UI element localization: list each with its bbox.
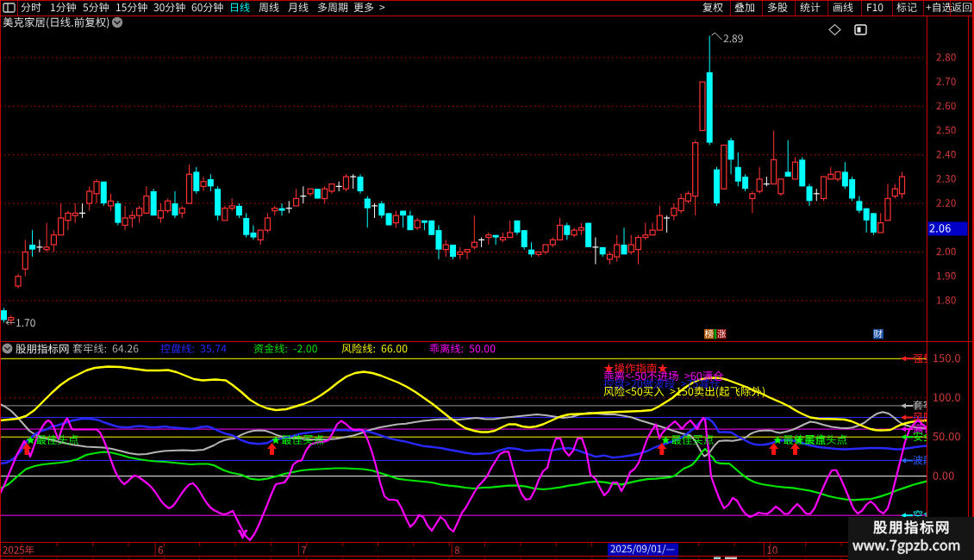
buy-arrow-icon [267, 443, 277, 455]
signal-marker-3: 最佳买点 [0, 0, 714, 455]
curve-乖离线: 乖离线 [0, 418, 927, 540]
zone-label-text: 满仓 [0, 0, 933, 433]
buy-arrow-icon [790, 443, 800, 455]
annotation-line-3: 风险<50买入 >150卖出(起飞除外) [0, 0, 765, 397]
x-axis-month-label: 8 [0, 0, 459, 554]
signal-marker-1: 最佳头点 [0, 0, 78, 455]
indicator-axis-label: 0.00 [0, 0, 954, 480]
border-right [972, 0, 974, 560]
curve-套牢线: 套牢线 [0, 404, 927, 457]
watermark-url: www.7gpzb.comwww.7gpzb.com [852, 538, 963, 556]
curve-风险线: 风险线 [0, 367, 927, 432]
signal-marker-5: 最佳头点 [0, 0, 846, 455]
signal-label: 最佳买点 [0, 0, 323, 445]
indicator-panel[interactable]: 套牢线资金线控盘线风险线乖离线最佳头点最佳买点最佳买点最佳买点最佳头点★操作指南… [0, 0, 974, 560]
menu-underline [0, 16, 974, 16]
signal-label: 最佳买点 [0, 0, 826, 445]
x-axis-month-label: 10 [0, 0, 777, 554]
zone-label-text: 安全 [0, 0, 933, 441]
axis-right-divider [968, 16, 969, 543]
signal-label: 最佳头点 [0, 0, 78, 445]
zone-label-text: 波段 [0, 0, 933, 465]
border-top [0, 0, 974, 1]
strategy-annotation: ★操作指南★乖离<-50不进场 >60满仓控盘>20做波段 >75减仓风险<50… [0, 0, 765, 397]
x-axis-month-label: 7 [0, 0, 306, 554]
indicator-axis-label: 150.0 [0, 0, 960, 362]
annotation-line-1: 乖离<-50不进场 >60满仓 [0, 0, 723, 381]
cursor-date-box: 2025/09/01/— [0, 0, 678, 556]
indicator-axis-label: 50.00 [0, 0, 960, 440]
watermark-site-name: 股朋指标网股朋指标网 [873, 520, 952, 538]
buy-arrow-icon [769, 443, 778, 455]
watermark: 股朋指标网股朋指标网 www.7gpzb.comwww.7gpzb.com [848, 517, 974, 560]
zone-label-text: 套牢 [0, 0, 933, 410]
zone-label-强势: 强势 [0, 0, 933, 363]
chart-panel-divider [0, 341, 974, 342]
threshold-lines [0, 358, 927, 515]
border-left [0, 0, 1, 560]
zone-label-text: 强势 [0, 0, 933, 363]
indicator-curves: 套牢线资金线控盘线风险线乖离线 [0, 367, 927, 541]
plot-right-divider [927, 16, 927, 556]
curve-资金线: 资金线 [0, 449, 927, 500]
indicator-value-axis: 150.0100.050.000.00 [0, 0, 960, 480]
zone-label-满仓: 满仓 [0, 0, 933, 433]
annotation-line-2: 控盘>20做波段 >75减仓 [0, 0, 720, 389]
signal-marker-2: 最佳买点 [0, 0, 323, 455]
cursor-date-text: 2025/09/01/— [0, 0, 674, 554]
x-axis-year-label: 2025年 [0, 0, 34, 555]
annotation-title: ★操作指南★ [0, 0, 668, 373]
zone-label-波段: 波段 [0, 0, 933, 465]
trading-app-window: 分时分时1分钟1分钟5分钟5分钟15分钟15分钟30分钟30分钟60分钟60分钟… [0, 0, 974, 560]
zone-label-安全: 安全 [0, 0, 933, 441]
zone-label-套牢: 套牢 [0, 0, 933, 410]
